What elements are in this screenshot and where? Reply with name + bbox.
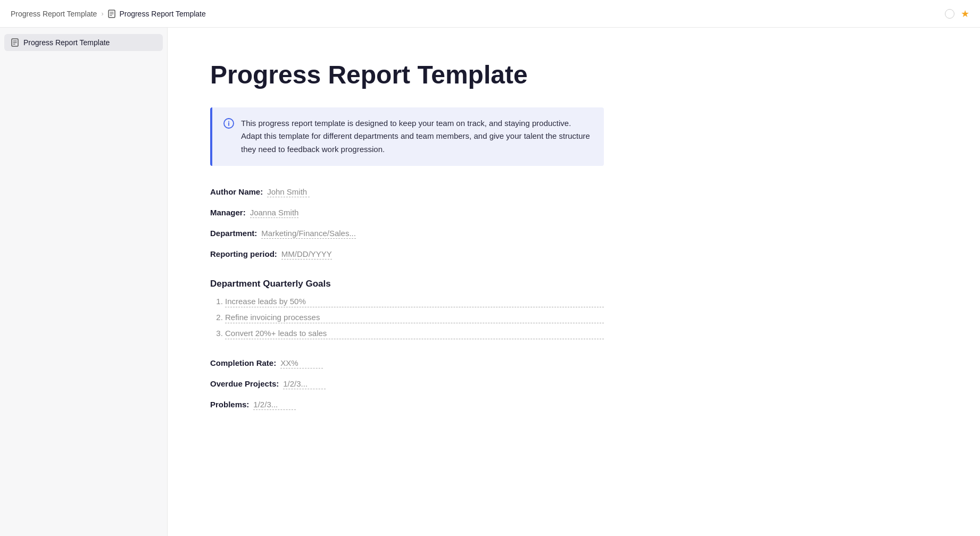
reporting-field-row: Reporting period: MM/DD/YYYY [210,249,604,259]
stats-section: Completion Rate: XX% Overdue Projects: 1… [210,358,604,410]
overdue-field-row: Overdue Projects: 1/2/3... [210,379,604,389]
breadcrumb-current: Progress Report Template [107,10,205,18]
breadcrumb-current-label: Progress Report Template [119,10,205,18]
main-content: Progress Report Template This progress r… [168,28,646,536]
overdue-value[interactable]: 1/2/3... [283,379,326,389]
overdue-label: Overdue Projects: [210,379,279,388]
info-callout: This progress report template is designe… [210,107,604,166]
doc-icon [107,10,116,18]
info-icon [223,118,235,129]
problems-field-row: Problems: 1/2/3... [210,400,604,410]
page-title: Progress Report Template [210,60,604,90]
completion-value[interactable]: XX% [280,358,323,368]
top-bar: Progress Report Template › Progress Repo… [0,0,980,28]
goal-item-3[interactable]: Convert 20%+ leads to sales [225,329,604,339]
goal-item-1[interactable]: Increase leads by 50% [225,297,604,307]
reporting-label: Reporting period: [210,249,277,258]
top-bar-actions: ★ [945,8,969,20]
main-layout: Progress Report Template Progress Report… [0,28,980,536]
goal-item-2[interactable]: Refine invoicing processes [225,313,604,323]
goals-heading: Department Quarterly Goals [210,279,604,289]
reporting-value[interactable]: MM/DD/YYYY [281,249,332,259]
svg-point-10 [228,121,229,122]
sidebar-item-label: Progress Report Template [23,38,110,47]
goals-list: Increase leads by 50% Refine invoicing p… [210,297,604,339]
manager-value[interactable]: Joanna Smith [250,208,299,218]
completion-field-row: Completion Rate: XX% [210,358,604,368]
manager-field-row: Manager: Joanna Smith [210,208,604,218]
department-label: Department: [210,229,257,238]
department-field-row: Department: Marketing/Finance/Sales... [210,229,604,239]
department-value[interactable]: Marketing/Finance/Sales... [261,229,356,239]
sidebar: Progress Report Template [0,28,168,536]
sidebar-item-doc-icon [11,38,19,47]
problems-value[interactable]: 1/2/3... [253,400,296,410]
goal-item-3-text: Convert 20%+ leads to sales [225,329,327,338]
author-field-row: Author Name: John Smith [210,187,604,197]
completion-label: Completion Rate: [210,358,276,367]
author-label: Author Name: [210,187,263,196]
goal-item-1-text: Increase leads by 50% [225,297,306,306]
goal-item-2-text: Refine invoicing processes [225,313,320,322]
breadcrumb-parent[interactable]: Progress Report Template [11,10,97,18]
callout-text: This progress report template is designe… [241,117,593,156]
author-value[interactable]: John Smith [267,187,310,197]
favorite-star-icon[interactable]: ★ [961,8,969,20]
problems-label: Problems: [210,400,249,409]
breadcrumb-separator: › [101,10,103,18]
fields-section: Author Name: John Smith Manager: Joanna … [210,187,604,259]
goals-section: Department Quarterly Goals Increase lead… [210,279,604,339]
manager-label: Manager: [210,208,246,217]
sidebar-item-progress-report[interactable]: Progress Report Template [4,34,163,51]
settings-icon[interactable] [945,9,954,19]
breadcrumb: Progress Report Template › Progress Repo… [11,10,206,18]
